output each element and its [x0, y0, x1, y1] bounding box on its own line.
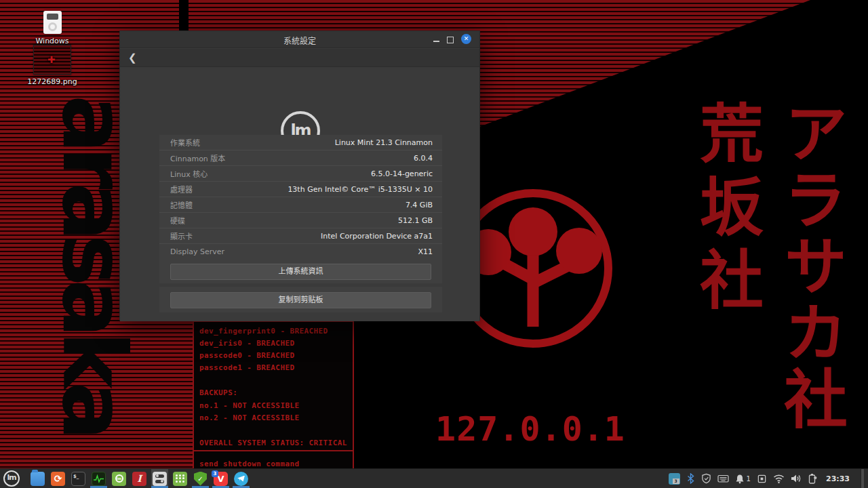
desktop-icon-label: 1272689.png [24, 77, 81, 86]
launcher-files[interactable] [29, 469, 46, 488]
window-toolbar: ❮ [120, 49, 479, 67]
info-row-disk: 硬碟 512.1 GB [159, 213, 442, 228]
mint-menu-icon: lm [5, 473, 18, 482]
show-desktop-button[interactable] [861, 469, 864, 488]
copy-to-clipboard-button[interactable]: 复制到剪贴板 [170, 292, 431, 308]
keyboard-icon[interactable] [717, 474, 729, 483]
settings-toggles-icon [153, 472, 167, 486]
close-button[interactable]: ✕ [461, 34, 471, 44]
minimize-button[interactable] [432, 35, 441, 44]
launcher-firewall[interactable]: ✓ [192, 469, 209, 488]
breach-line: passcode1 - BREACHED [199, 363, 294, 372]
info-row-cinnamon-version: Cinnamon 版本 6.0.4 [159, 150, 442, 166]
breach-line: dev_fingerprint0 - BREACHED [199, 327, 328, 336]
breach-line: passcode0 - BREACHED [199, 351, 294, 360]
launcher-system-settings[interactable] [151, 469, 168, 488]
launcher-telegram[interactable] [233, 469, 250, 488]
window-titlebar[interactable]: 系統設定 ✕ [120, 31, 479, 48]
desktop-icon-image-file[interactable]: ✚ 1272689.png [24, 45, 81, 86]
launcher-text-app[interactable]: I [131, 469, 148, 488]
breach-rule-bottom [194, 450, 353, 451]
launcher-system-monitor[interactable] [90, 469, 107, 488]
computer-icon [43, 11, 62, 34]
tray-shield-icon[interactable] [701, 473, 711, 484]
dot-grid-icon [173, 472, 187, 486]
mint-store-icon: lm [112, 472, 126, 486]
launcher-app-grid[interactable] [172, 469, 189, 488]
breach-line: dev_iris0 - BREACHED [199, 339, 294, 348]
clock[interactable]: 23:33 [826, 474, 850, 483]
image-thumbnail-icon: ✚ [33, 45, 71, 75]
info-row-kernel: Linux 核心 6.5.0-14-generic [159, 166, 442, 182]
system-info-list: 作業系統 Linux Mint 21.3 Cinnamon Cinnamon 版… [159, 135, 442, 260]
system-monitor-icon [92, 472, 106, 486]
breach-backup-line: no.2 - NOT ACCESSIBLE [199, 413, 299, 422]
breach-command-line: send shutdown command [199, 460, 299, 468]
wallpaper-kanji-column: 荒坂社 [679, 100, 772, 320]
copy-button-strip: 复制到剪贴板 [159, 287, 442, 312]
volume-icon[interactable] [791, 474, 802, 483]
upload-system-info-button[interactable]: 上傳系統資訊 [170, 264, 431, 280]
taskbar: lm ⟳ $_ lm I [0, 468, 868, 488]
folder-icon [31, 472, 45, 486]
wallpaper-ip-text: 127.0.0.1 [412, 409, 648, 449]
info-row-os: 作業系統 Linux Mint 21.3 Cinnamon [159, 135, 442, 150]
shield-icon: ✓ [193, 472, 208, 486]
box-applet-icon[interactable] [757, 474, 767, 484]
launcher-software-manager[interactable]: lm [111, 469, 127, 488]
breach-backups-header: BACKUPS: [199, 388, 237, 397]
launcher-updater[interactable]: ⟳ [50, 469, 66, 488]
notifications-applet[interactable]: 1 [735, 474, 751, 484]
info-row-display-server: Display Server X11 [159, 244, 442, 260]
vivaldi-badge: 3 [212, 470, 218, 477]
tray-app-badge: 3 [673, 479, 679, 484]
taskbar-launchers: ⟳ $_ lm I ✓ [29, 469, 250, 488]
telegram-icon [234, 472, 248, 486]
bluetooth-icon[interactable] [686, 473, 695, 484]
upload-button-strip: 上傳系統資訊 [159, 260, 442, 283]
breach-panel: dev_fingerprint0 - BREACHED dev_iris0 - … [193, 309, 354, 468]
info-row-processor: 處理器 13th Gen Intel© Core™ i5-1335U × 10 [159, 182, 442, 197]
vivaldi-browser-icon: V 3 [214, 472, 228, 486]
terminal-icon: $_ [71, 472, 85, 486]
notification-count: 1 [747, 475, 751, 483]
tray-app-icon[interactable]: 3 [669, 473, 680, 485]
breach-status-line: OVERALL SYSTEM STATUS: CRITICAL [199, 439, 347, 447]
info-row-memory: 記憶體 7.4 GiB [159, 197, 442, 213]
desktop: arasaka 127.0.0.1 荒坂社 アラサカ社 dev_fingerpr… [0, 0, 868, 488]
menu-button[interactable]: lm [3, 470, 20, 487]
breach-backup-line: no.1 - NOT ACCESSIBLE [199, 401, 299, 410]
bell-icon [735, 474, 745, 484]
desktop-icon-windows[interactable]: Windows [24, 11, 81, 45]
wifi-icon[interactable] [773, 474, 785, 483]
launcher-terminal[interactable]: $_ [70, 469, 87, 488]
red-app-icon: I [132, 472, 146, 486]
window-title: 系統設定 [120, 35, 479, 46]
wallpaper-katakana-column: アラサカ社 [764, 100, 856, 432]
power-battery-icon[interactable] [808, 473, 818, 484]
refresh-arrow-icon: ⟳ [51, 472, 65, 486]
back-button[interactable]: ❮ [128, 52, 140, 64]
window-body: lm 作業系統 Linux Mint 21.3 Cinnamon Cinnamo… [120, 67, 479, 321]
info-row-graphics: 顯示卡 Intel Corporation Device a7a1 [159, 228, 442, 244]
system-tray: 3 1 [669, 469, 868, 488]
system-settings-window: 系統設定 ✕ ❮ lm 作業系統 Linux Mint 21.3 Cinnamo… [119, 30, 480, 321]
launcher-vivaldi[interactable]: V 3 [212, 469, 229, 488]
maximize-button[interactable] [446, 35, 455, 44]
